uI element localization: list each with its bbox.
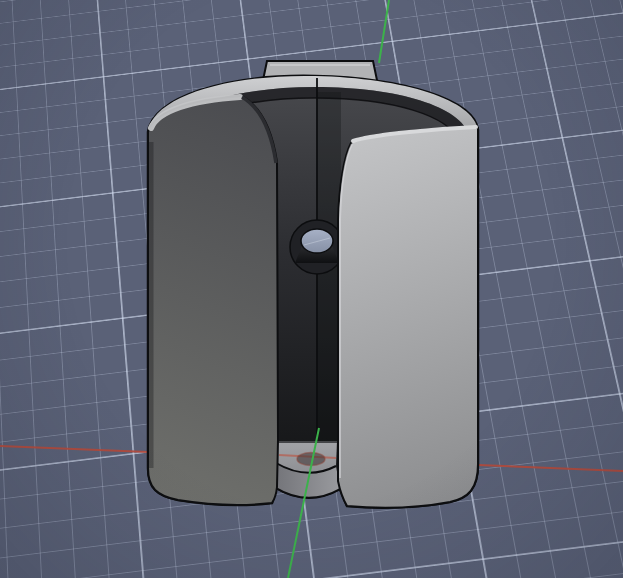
y-axis-line-top: [379, 0, 389, 63]
left-shell-face[interactable]: [148, 96, 278, 505]
center-screw-hole[interactable]: [290, 220, 344, 274]
right-shell-face[interactable]: [338, 127, 478, 508]
cad-viewport[interactable]: [0, 0, 623, 578]
model-slotted-cylinder[interactable]: [148, 61, 478, 508]
x-axis-line-left: [0, 446, 148, 452]
bottom-notch[interactable]: [276, 441, 340, 498]
model-canvas[interactable]: [0, 0, 623, 578]
x-axis-line-right: [478, 465, 623, 471]
